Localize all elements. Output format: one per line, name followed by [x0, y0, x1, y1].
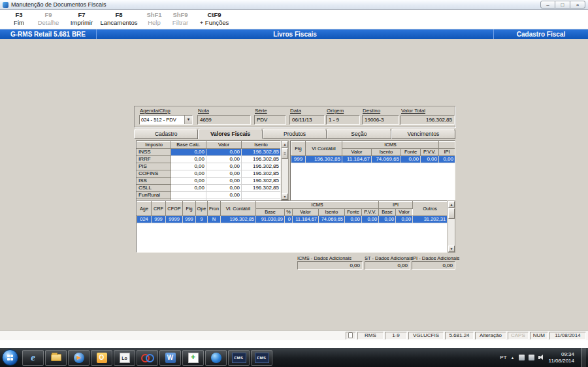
detail-table-scrollbar[interactable]: ▲ ▼: [448, 200, 455, 253]
tab-strip: Cadastro Valores Fiscais Produtos Seção …: [134, 129, 455, 139]
document-icon: [348, 332, 353, 338]
taskbar-icon-fms-2[interactable]: FMS: [251, 350, 272, 366]
col-fonte: Fonte: [345, 209, 362, 216]
module-title: Livros Fiscais: [97, 31, 493, 38]
lotus-notes-icon: Lo: [120, 353, 130, 363]
fig-row[interactable]: 999 196.302,85 11.184,67 74.069,65 0,00 …: [291, 156, 455, 163]
col-outros: Outros: [413, 202, 448, 216]
col-base: Base: [256, 209, 285, 216]
window-titlebar: Manutenção de Documentos Fiscais – □ ×: [0, 0, 588, 10]
destino-field[interactable]: 19006-3: [362, 115, 399, 125]
serie-field[interactable]: PDV: [254, 115, 286, 125]
total-icms-value: 0,00: [297, 261, 363, 270]
taskbar-icon-messenger[interactable]: [205, 350, 227, 366]
taskbar-icon-outlook[interactable]: O: [91, 350, 112, 366]
tray-app-icon[interactable]: [519, 355, 525, 360]
col-valor: Valor: [206, 142, 242, 149]
col-valor: Valor: [342, 149, 372, 156]
show-desktop-button[interactable]: [581, 348, 586, 367]
system-tray: PT ▲ 09:34 11/08/2014: [500, 348, 588, 367]
taskbar: e ▶ O Lo W + FMS FMS PT ▲ 09:34 11/08/20…: [0, 348, 588, 367]
taskbar-icon-add-application[interactable]: +: [182, 350, 204, 366]
tax-row[interactable]: ISS 0,00 0,00 196.302,85: [137, 178, 281, 185]
toolbar-item-help[interactable]: ShF1 Help: [142, 11, 166, 27]
start-button[interactable]: [2, 349, 18, 366]
group-icms: ICMS: [342, 142, 439, 149]
tax-row[interactable]: COFINS 0,00 0,00 196.302,85: [137, 170, 281, 178]
minimize-button[interactable]: –: [540, 1, 555, 8]
tab-produtos[interactable]: Produtos: [263, 129, 327, 139]
col-vl-contabil: Vl Contábil: [306, 142, 342, 156]
toolbar-item-detalhe[interactable]: F9 Detalhe: [34, 11, 63, 27]
scrollbar-track[interactable]: [448, 219, 455, 246]
scroll-up-icon[interactable]: ▲: [448, 201, 455, 208]
tax-row[interactable]: CSLL 0,00 0,00 196.302,85: [137, 185, 281, 192]
toolbar-item-fim[interactable]: F3 Fim: [8, 11, 30, 27]
word-icon: W: [165, 353, 176, 363]
maximize-button[interactable]: □: [555, 1, 570, 8]
scrollbar-thumb[interactable]: ≡: [282, 148, 288, 159]
status-mode: Alteração: [475, 332, 506, 340]
scroll-down-icon[interactable]: ▼: [448, 246, 455, 252]
toolbar-item-filtrar[interactable]: ShF9 Filtrar: [167, 11, 193, 27]
status-program: VGLUCFIS: [408, 332, 444, 340]
toolbar-item-lancamentos[interactable]: F8 Lancamentos: [98, 11, 140, 27]
speaker-icon[interactable]: [538, 355, 545, 360]
document-fields-group: Agenda/Cfop Nota Série Data Origem Desti…: [134, 106, 455, 127]
data-field[interactable]: 06/11/13: [289, 115, 325, 125]
nota-field[interactable]: 4659: [197, 115, 251, 125]
col-base-calc: Base Calc.: [171, 142, 206, 149]
toolbar-item-mais-funcoes[interactable]: CtF9 + Funções: [195, 11, 234, 27]
col-ipi: IPI: [439, 149, 455, 156]
tab-cadastro[interactable]: Cadastro: [134, 129, 198, 139]
scrollbar-track[interactable]: [282, 159, 288, 193]
plus-icon: +: [188, 353, 199, 363]
valor-total-field[interactable]: 196.302,85: [400, 115, 455, 125]
taskbar-icon-internet-explorer[interactable]: e: [22, 350, 44, 366]
tab-vencimentos[interactable]: Vencimentos: [391, 129, 455, 139]
dropdown-arrow-icon[interactable]: ▼: [184, 116, 192, 124]
tax-row[interactable]: FunRural 0,00: [137, 192, 281, 199]
taskbar-icon-word[interactable]: W: [159, 350, 181, 366]
tray-clock[interactable]: 09:34 11/08/2014: [549, 351, 574, 364]
nota-label: Nota: [198, 108, 209, 114]
taskbar-icon-windows-explorer[interactable]: [45, 350, 67, 366]
chevron-up-icon[interactable]: ▲: [511, 356, 515, 360]
status-app: RMS: [357, 332, 384, 340]
network-icon[interactable]: [529, 355, 534, 360]
col-fonte: Fonte: [401, 149, 421, 156]
toolbar-item-key: F7: [65, 11, 98, 19]
tax-row[interactable]: INSS 0,00 0,00 196.302,85: [137, 149, 281, 156]
taskbar-icon-communicator[interactable]: [137, 350, 158, 366]
toolbar-item-key: F9: [34, 11, 63, 19]
tax-table-scrollbar[interactable]: ▲ ≡ ▼: [281, 140, 289, 200]
agenda-cfop-value: 024 - 512 - PDV: [140, 116, 184, 124]
status-range: 1-9: [385, 332, 407, 340]
taskbar-icon-fms-1[interactable]: FMS: [228, 350, 250, 366]
window-controls: – □ ×: [540, 1, 585, 8]
tab-valores-fiscais[interactable]: Valores Fiscais: [198, 129, 262, 139]
origem-field[interactable]: 1 - 9: [326, 115, 360, 125]
detail-row[interactable]: 024 999 9999 999 9 N 196.302,85 91.030,8…: [137, 216, 448, 223]
toolbar-item-key: ShF1: [142, 11, 166, 19]
tab-secao[interactable]: Seção: [327, 129, 391, 139]
taskbar-icon-media-player[interactable]: ▶: [68, 350, 90, 366]
tax-row[interactable]: PIS 0,00 0,00 196.302,85: [137, 163, 281, 170]
scroll-up-icon[interactable]: ▲: [282, 141, 288, 148]
toolbar-item-key: ShF9: [167, 11, 193, 19]
col-valor: Valor: [293, 209, 319, 216]
toolbar-item-imprimir[interactable]: F7 Imprimir: [65, 11, 98, 27]
col-imposto: Imposto: [137, 142, 171, 149]
taskbar-icon-lotus-notes[interactable]: Lo: [114, 350, 135, 366]
close-button[interactable]: ×: [570, 1, 585, 8]
agenda-cfop-select[interactable]: 024 - 512 - PDV ▼: [139, 115, 193, 125]
language-indicator[interactable]: PT: [500, 355, 506, 360]
tax-row[interactable]: IRRF 0,00 0,00 196.302,85: [137, 156, 281, 163]
detail-table-box: Age CRF CFOP Fig Ope Fron Vl. Contábil I…: [136, 200, 448, 253]
scroll-down-icon[interactable]: ▼: [282, 193, 288, 200]
col-fron: Fron: [208, 202, 221, 216]
scrollbar-thumb[interactable]: [448, 208, 455, 219]
toolbar-item-label: Fim: [8, 19, 30, 27]
total-icms-label: ICMS - Dados Adicionais: [297, 255, 351, 261]
col-cfop: CFOP: [166, 202, 183, 216]
